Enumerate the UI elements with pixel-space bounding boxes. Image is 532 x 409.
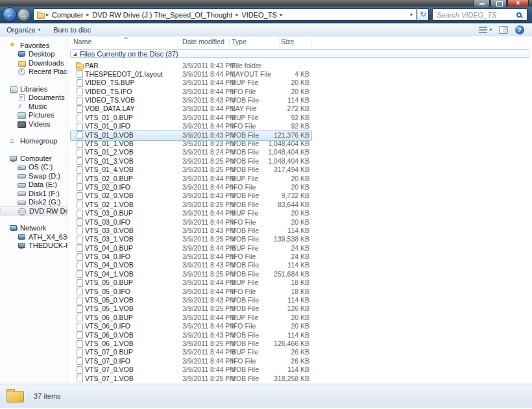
disk-os-icon bbox=[18, 163, 25, 171]
file-row-vts-06-1-vob[interactable]: VTS_06_1.VOB3/9/2011 8:25 PMVOB File126,… bbox=[70, 340, 532, 348]
sidebar-item-disk2-g[interactable]: Disk2 (G:) bbox=[0, 198, 67, 207]
file-icon bbox=[76, 366, 83, 373]
help-button[interactable]: ? bbox=[515, 25, 524, 34]
file-row-vts-04-0-bup[interactable]: VTS_04_0.BUP3/9/2011 8:44 PMBUP File24 K… bbox=[70, 243, 532, 252]
breadcrumb-item-computer[interactable]: Computer bbox=[51, 11, 84, 19]
file-row-vts-07-0-bup[interactable]: VTS_07_0.BUP3/9/2011 8:44 PMBUP File26 K… bbox=[70, 348, 532, 356]
sidebar-item-os-c[interactable]: OS (C:) bbox=[0, 163, 67, 172]
breadcrumb-item-dvd-rw-drive-j-the-speed-of-thought[interactable]: DVD RW Drive (J:) The_Speed_Of_Thought bbox=[91, 11, 234, 19]
file-row-vts-06-0-bup[interactable]: VTS_06_0.BUP3/9/2011 8:44 PMBUP File20 K… bbox=[70, 313, 532, 321]
sidebar-item-theduck-pc[interactable]: THEDUCK-PC bbox=[0, 242, 67, 251]
sidebar-item-computer[interactable]: Computer bbox=[0, 154, 67, 163]
file-row-thespeedot-01-layout[interactable]: THESPEEDOT_01.layout3/9/2011 8:44 PMLAYO… bbox=[70, 69, 532, 78]
file-name: VTS_07_0.BUP bbox=[85, 348, 133, 356]
file-row-vts-06-0-vob[interactable]: VTS_06_0.VOB3/9/2011 8:43 PMVOB File114 … bbox=[70, 330, 532, 339]
file-row-vts-04-0-ifo[interactable]: VTS_04_0.IFO3/9/2011 8:44 PMIFO File24 K… bbox=[70, 253, 532, 261]
file-type: VOB File bbox=[232, 201, 259, 208]
refresh-button[interactable]: ↻ bbox=[417, 8, 429, 21]
file-row-par[interactable]: PAR3/9/2011 8:43 PMFile folder bbox=[70, 61, 532, 69]
file-row-vts-05-0-ifo[interactable]: VTS_05_0.IFO3/9/2011 8:44 PMIFO File18 K… bbox=[70, 287, 532, 295]
address-bar[interactable]: ▸Computer▸DVD RW Drive (J:) The_Speed_Of… bbox=[33, 8, 417, 21]
file-row-vts-03-0-ifo[interactable]: VTS_03_0.IFO3/9/2011 8:44 PMIFO File20 K… bbox=[70, 217, 532, 226]
file-row-video-ts-bup[interactable]: VIDEO_TS.BUP3/9/2011 8:44 PMBUP File20 K… bbox=[70, 79, 532, 87]
sidebar-item-data-e[interactable]: Data (E:) bbox=[0, 180, 67, 190]
address-history-dropdown-icon[interactable]: ▾ bbox=[406, 12, 417, 18]
file-row-vts-02-0-ifo[interactable]: VTS_02_0.IFO3/9/2011 8:44 PMIFO File20 K… bbox=[70, 182, 532, 191]
file-size: 24 KB bbox=[291, 244, 309, 252]
sidebar-item-music[interactable]: Music bbox=[0, 102, 67, 111]
sidebar-item-videos[interactable]: Videos bbox=[0, 119, 67, 129]
sidebar-item-documents[interactable]: Documents bbox=[0, 93, 67, 103]
file-row-vob-data-lay[interactable]: VOB_DATA.LAY3/9/2011 8:44 PMLAY File272 … bbox=[70, 105, 532, 113]
file-row-vts-07-0-ifo[interactable]: VTS_07_0.IFO3/9/2011 8:44 PMIFO File26 K… bbox=[70, 356, 532, 365]
sidebar-item-label: Disk1 (F:) bbox=[29, 190, 60, 197]
file-row-vts-02-1-vob[interactable]: VTS_02_1.VOB3/9/2011 8:25 PMVOB File83,6… bbox=[70, 200, 532, 208]
collapse-group-icon[interactable] bbox=[73, 53, 77, 56]
column-divider[interactable] bbox=[311, 38, 312, 46]
file-row-vts-04-0-vob[interactable]: VTS_04_0.VOB3/9/2011 8:43 PMVOB File114 … bbox=[70, 261, 532, 269]
sidebar-item-swap-d[interactable]: Swap (D:) bbox=[0, 171, 67, 180]
home-icon bbox=[9, 137, 17, 145]
column-header-date-modified[interactable]: Date modified bbox=[182, 38, 224, 45]
sidebar-item-ath-x4-630-pc[interactable]: ATH_X4_630-PC bbox=[0, 232, 67, 242]
column-divider[interactable] bbox=[180, 38, 180, 46]
file-row-vts-01-2-vob[interactable]: VTS_01_2.VOB3/9/2011 8:24 PMVOB File1,04… bbox=[70, 148, 532, 156]
change-view-button[interactable]: ▾ bbox=[479, 27, 492, 33]
sidebar-item-network[interactable]: Network bbox=[0, 224, 67, 233]
sidebar-item-dvd-rw-drive-j-th[interactable]: DVD RW Drive (J:) Th bbox=[0, 206, 67, 216]
file-row-vts-01-0-vob[interactable]: VTS_01_0.VOB3/9/2011 8:43 PMVOB File121,… bbox=[70, 130, 532, 139]
file-date-modified: 3/9/2011 8:25 PM bbox=[182, 235, 236, 243]
file-row-vts-03-0-vob[interactable]: VTS_03_0.VOB3/9/2011 8:43 PMVOB File114 … bbox=[70, 226, 532, 234]
explorer-window: ← → ▸Computer▸DVD RW Drive (J:) The_Spee… bbox=[0, 0, 532, 409]
file-date-modified: 3/9/2011 8:44 PM bbox=[182, 366, 236, 373]
forward-button[interactable]: → bbox=[18, 8, 30, 21]
breadcrumb-item-video-ts[interactable]: VIDEO_TS bbox=[240, 11, 278, 19]
file-row-vts-07-1-vob[interactable]: VTS_07_1.VOB3/9/2011 8:25 PMVOB File318,… bbox=[70, 374, 532, 382]
file-row-vts-07-0-vob[interactable]: VTS_07_0.VOB3/9/2011 8:44 PMVOB File114 … bbox=[70, 366, 532, 374]
disk-icon bbox=[18, 180, 25, 188]
burn-to-disc-button[interactable]: Burn to disc bbox=[47, 23, 97, 36]
file-row-vts-01-3-vob[interactable]: VTS_01_3.VOB3/9/2011 8:25 PMVOB File1,04… bbox=[70, 156, 532, 165]
file-type: LAYOUT File bbox=[232, 70, 271, 78]
sidebar-item-recent-places[interactable]: Recent Places bbox=[0, 68, 67, 77]
file-row-vts-05-0-bup[interactable]: VTS_05_0.BUP3/9/2011 8:44 PMBUP File18 K… bbox=[70, 279, 532, 287]
group-header[interactable]: Files Currently on the Disc (37) bbox=[70, 49, 529, 58]
column-divider[interactable] bbox=[279, 38, 280, 46]
column-header-size[interactable]: Size bbox=[281, 38, 294, 45]
file-row-vts-01-4-vob[interactable]: VTS_01_4.VOB3/9/2011 8:25 PMVOB File317,… bbox=[70, 166, 532, 174]
search-box[interactable]: Search VIDEO_TS bbox=[432, 8, 527, 21]
file-row-vts-06-0-ifo[interactable]: VTS_06_0.IFO3/9/2011 8:44 PMIFO File20 K… bbox=[70, 322, 532, 330]
file-icon bbox=[76, 227, 83, 234]
file-row-vts-05-1-vob[interactable]: VTS_05_1.VOB3/9/2011 8:25 PMVOB File126 … bbox=[70, 304, 532, 313]
back-button[interactable]: ← bbox=[3, 7, 17, 21]
file-name: VTS_01_0.BUP bbox=[85, 114, 133, 121]
preview-pane-button[interactable] bbox=[499, 26, 508, 34]
file-row-vts-03-1-vob[interactable]: VTS_03_1.VOB3/9/2011 8:25 PMVOB File139,… bbox=[70, 235, 532, 243]
file-row-vts-03-0-bup[interactable]: VTS_03_0.BUP3/9/2011 8:44 PMBUP File20 K… bbox=[70, 209, 532, 217]
search-input[interactable]: Search VIDEO_TS bbox=[433, 11, 496, 19]
file-row-vts-05-0-vob[interactable]: VTS_05_0.VOB3/9/2011 8:43 PMVOB File114 … bbox=[70, 296, 532, 304]
column-header-name[interactable]: Name bbox=[73, 38, 91, 45]
sidebar-item-downloads[interactable]: Downloads bbox=[0, 58, 67, 68]
sidebar-item-desktop[interactable]: Desktop bbox=[0, 50, 67, 59]
file-row-vts-02-0-bup[interactable]: VTS_02_0.BUP3/9/2011 8:44 PMBUP File20 K… bbox=[70, 174, 532, 182]
file-icon bbox=[76, 236, 83, 243]
sidebar-item-pictures[interactable]: Pictures bbox=[0, 111, 67, 120]
file-row-vts-04-1-vob[interactable]: VTS_04_1.VOB3/9/2011 8:25 PMVOB File251,… bbox=[70, 269, 532, 278]
sidebar-item-favorites[interactable]: Favorites bbox=[0, 41, 67, 50]
file-row-video-ts-ifo[interactable]: VIDEO_TS.IFO3/9/2011 8:44 PMIFO File20 K… bbox=[70, 87, 532, 95]
sidebar-item-disk1-f[interactable]: Disk1 (F:) bbox=[0, 189, 67, 198]
file-icon bbox=[76, 357, 83, 364]
organize-button[interactable]: Organize ▾ bbox=[0, 23, 47, 36]
sidebar-item-libraries[interactable]: Libraries bbox=[0, 84, 67, 93]
file-type: BUP File bbox=[232, 114, 258, 121]
column-header-type[interactable]: Type bbox=[232, 38, 247, 45]
file-row-vts-02-0-vob[interactable]: VTS_02_0.VOB3/9/2011 8:43 PMVOB File9,73… bbox=[70, 192, 532, 200]
column-divider[interactable] bbox=[229, 38, 230, 46]
file-type: BUP File bbox=[232, 314, 258, 321]
file-row-vts-01-0-ifo[interactable]: VTS_01_0.IFO3/9/2011 8:44 PMIFO File92 K… bbox=[70, 122, 532, 130]
file-row-video-ts-vob[interactable]: VIDEO_TS.VOB3/9/2011 8:43 PMVOB File114 … bbox=[70, 96, 532, 105]
sidebar-item-homegroup[interactable]: Homegroup bbox=[0, 137, 67, 146]
file-row-vts-01-0-bup[interactable]: VTS_01_0.BUP3/9/2011 8:44 PMBUP File92 K… bbox=[70, 113, 532, 121]
file-row-vts-01-1-vob[interactable]: VTS_01_1.VOB3/9/2011 8:23 PMVOB File1,04… bbox=[70, 140, 532, 148]
